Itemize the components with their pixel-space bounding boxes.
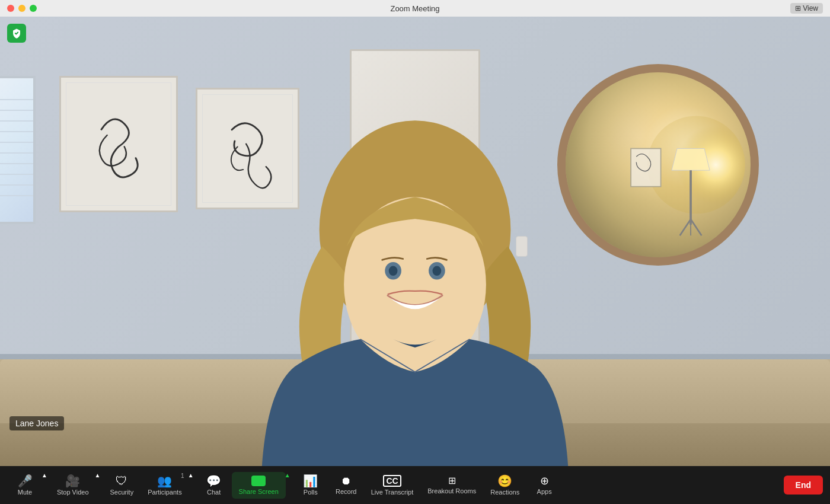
toolbar: 🎤 Mute ▲ 🎥 Stop Video ▲ 🛡 Security 1 👥 P… [0,466,830,504]
record-label: Record [336,488,356,495]
view-button[interactable]: ⊞ View [790,3,823,14]
end-button[interactable]: End [784,476,823,495]
title-bar: Zoom Meeting ⊞ View [0,0,830,17]
chat-icon: 💬 [206,475,221,487]
participants-icon: 👥 [157,475,172,487]
share-screen-icon: ⬆ [251,476,266,486]
apps-icon: ⊕ [540,476,549,486]
person-svg [0,17,830,466]
polls-label: Polls [304,489,318,496]
svg-point-23 [433,266,442,276]
share-screen-button[interactable]: ⬆ Share Screen [232,472,286,499]
transcript-icon: CC [383,475,401,487]
svg-point-22 [389,266,398,276]
stop-video-label: Stop Video [57,489,89,496]
breakout-rooms-label: Breakout Rooms [427,487,476,495]
reactions-icon: 😊 [497,475,512,487]
breakout-icon: ⊞ [448,476,456,486]
apps-button[interactable]: ⊕ Apps [526,472,562,499]
security-badge[interactable] [7,24,26,43]
video-area: Lane Jones [0,17,830,466]
stop-video-button[interactable]: 🎥 Stop Video [50,471,96,499]
participants-button[interactable]: 1 👥 Participants [141,471,189,499]
security-button[interactable]: 🛡 Security [103,471,141,499]
reactions-label: Reactions [490,489,519,496]
mic-icon: 🎤 [18,475,33,487]
window-title: Zoom Meeting [390,4,439,13]
shield-check-icon [11,28,22,39]
room-scene [0,17,830,466]
apps-label: Apps [537,488,552,495]
record-icon: ⏺ [341,476,352,486]
record-button[interactable]: ⏺ Record [328,472,364,499]
participant-name-label: Lane Jones [9,416,64,430]
mute-label: Mute [18,489,32,496]
reactions-button[interactable]: 😊 Reactions [483,471,526,499]
maximize-button[interactable] [30,5,37,12]
camera-icon: 🎥 [65,475,80,487]
minimize-button[interactable] [18,5,25,12]
participant-count: 1 [181,473,184,479]
mute-button[interactable]: 🎤 Mute [7,471,43,499]
polls-button[interactable]: 📊 Polls [293,471,328,499]
chat-button[interactable]: 💬 Chat [196,471,232,499]
close-button[interactable] [7,5,14,12]
polls-icon: 📊 [303,475,318,487]
traffic-lights [7,5,37,12]
participants-label: Participants [148,489,181,496]
security-label: Security [110,489,133,496]
live-transcript-label: Live Transcript [371,489,414,496]
live-transcript-button[interactable]: CC Live Transcript [364,471,421,499]
breakout-rooms-button[interactable]: ⊞ Breakout Rooms [420,473,483,498]
chat-label: Chat [207,489,221,496]
security-icon: 🛡 [116,475,127,487]
share-screen-label: Share Screen [239,488,279,495]
